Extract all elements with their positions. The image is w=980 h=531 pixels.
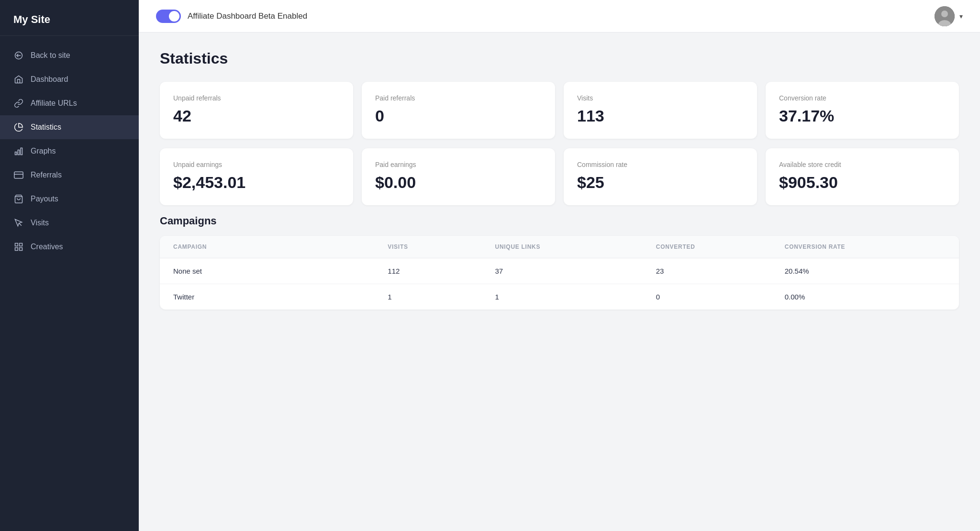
sidebar-item-affiliate-urls[interactable]: Affiliate URLs [0,91,139,115]
sidebar-item-label: Referrals [31,171,62,179]
sidebar-item-back-to-site[interactable]: Back to site [0,44,139,67]
sidebar-item-referrals[interactable]: Referrals [0,163,139,187]
svg-rect-5 [14,172,23,178]
stat-label: Visits [577,94,744,102]
sidebar-item-label: Statistics [31,123,61,132]
stat-card-visits: Visits 113 [564,82,757,139]
sidebar-item-label: Payouts [31,195,58,203]
sidebar-item-label: Graphs [31,147,56,155]
topbar: Affiliate Dashboard Beta Enabled ▾ [139,0,980,33]
stat-value: 0 [375,107,542,125]
stat-value: $2,453.01 [173,173,340,192]
shop-icon [13,194,24,204]
td-visits: 1 [388,293,495,301]
stat-label: Available store credit [779,161,946,168]
toggle-switch[interactable] [156,10,181,23]
sidebar-item-dashboard[interactable]: Dashboard [0,67,139,91]
sidebar-item-label: Creatives [31,243,63,251]
avatar[interactable] [935,6,955,26]
home-icon [13,74,24,85]
td-unique-links: 1 [495,293,656,301]
site-logo: My Site [0,0,139,36]
td-campaign: Twitter [173,293,388,301]
table-row: None set 112 37 23 20.54% [160,258,959,284]
bar-chart-icon [13,146,24,156]
svg-rect-11 [20,248,22,251]
stat-label: Unpaid referrals [173,94,340,102]
stat-label: Unpaid earnings [173,161,340,168]
stat-value: $25 [577,173,744,192]
beta-toggle[interactable] [156,10,181,23]
stat-value: 113 [577,107,744,125]
table-row: Twitter 1 1 0 0.00% [160,284,959,310]
stat-label: Commission rate [577,161,744,168]
stat-value: 37.17% [779,107,946,125]
image-grid-icon [13,242,24,252]
stat-card-conversion-rate: Conversion rate 37.17% [766,82,959,139]
stat-card-unpaid-referrals: Unpaid referrals 42 [160,82,353,139]
svg-point-13 [941,11,948,17]
td-conversion-rate: 20.54% [785,267,946,275]
stat-value: 42 [173,107,340,125]
stat-card-paid-referrals: Paid referrals 0 [362,82,555,139]
stat-card-store-credit: Available store credit $905.30 [766,148,959,205]
page-title: Statistics [160,50,959,67]
link-icon [13,98,24,109]
campaigns-section: Campaigns CAMPAIGN VISITS UNIQUE LINKS C… [160,215,959,310]
sidebar: My Site Back to site Dashboard Affiliate… [0,0,139,531]
td-visits: 112 [388,267,495,275]
svg-rect-2 [15,152,17,155]
sidebar-item-label: Back to site [31,51,70,60]
th-conversion-rate: CONVERSION RATE [785,243,946,250]
svg-rect-4 [21,148,22,155]
td-converted: 23 [656,267,785,275]
sidebar-item-creatives[interactable]: Creatives [0,235,139,259]
account-dropdown-chevron[interactable]: ▾ [959,12,963,20]
th-unique-links: UNIQUE LINKS [495,243,656,250]
table-header: CAMPAIGN VISITS UNIQUE LINKS CONVERTED C… [160,236,959,258]
sidebar-nav: Back to site Dashboard Affiliate URLs St… [0,36,139,531]
sidebar-item-statistics[interactable]: Statistics [0,115,139,139]
stat-card-commission-rate: Commission rate $25 [564,148,757,205]
sidebar-item-payouts[interactable]: Payouts [0,187,139,211]
svg-rect-3 [18,150,19,155]
stats-row-2: Unpaid earnings $2,453.01 Paid earnings … [160,148,959,205]
td-unique-links: 37 [495,267,656,275]
topbar-right: ▾ [935,6,963,26]
sidebar-item-graphs[interactable]: Graphs [0,139,139,163]
sidebar-item-label: Affiliate URLs [31,99,77,108]
td-converted: 0 [656,293,785,301]
campaigns-title: Campaigns [160,215,959,227]
sidebar-item-label: Visits [31,219,49,227]
stat-label: Conversion rate [779,94,946,102]
stats-row-1: Unpaid referrals 42 Paid referrals 0 Vis… [160,82,959,139]
stat-card-unpaid-earnings: Unpaid earnings $2,453.01 [160,148,353,205]
sidebar-item-label: Dashboard [31,75,68,84]
svg-rect-9 [20,243,22,246]
avatar-image [935,6,955,26]
td-campaign: None set [173,267,388,275]
credit-card-icon [13,170,24,180]
main-content: Affiliate Dashboard Beta Enabled ▾ Stati… [139,0,980,531]
svg-rect-10 [15,248,18,251]
topbar-label: Affiliate Dashboard Beta Enabled [188,11,307,21]
back-icon [13,50,24,61]
td-conversion-rate: 0.00% [785,293,946,301]
th-campaign: CAMPAIGN [173,243,388,250]
th-converted: CONVERTED [656,243,785,250]
stat-label: Paid referrals [375,94,542,102]
sidebar-item-visits[interactable]: Visits [0,211,139,235]
stat-value: $0.00 [375,173,542,192]
stat-card-paid-earnings: Paid earnings $0.00 [362,148,555,205]
stat-value: $905.30 [779,173,946,192]
svg-rect-8 [15,243,18,246]
cursor-icon [13,218,24,228]
topbar-left: Affiliate Dashboard Beta Enabled [156,10,307,23]
campaigns-table: CAMPAIGN VISITS UNIQUE LINKS CONVERTED C… [160,236,959,310]
chart-pie-icon [13,122,24,133]
stat-label: Paid earnings [375,161,542,168]
th-visits: VISITS [388,243,495,250]
page-content: Statistics Unpaid referrals 42 Paid refe… [139,33,980,327]
